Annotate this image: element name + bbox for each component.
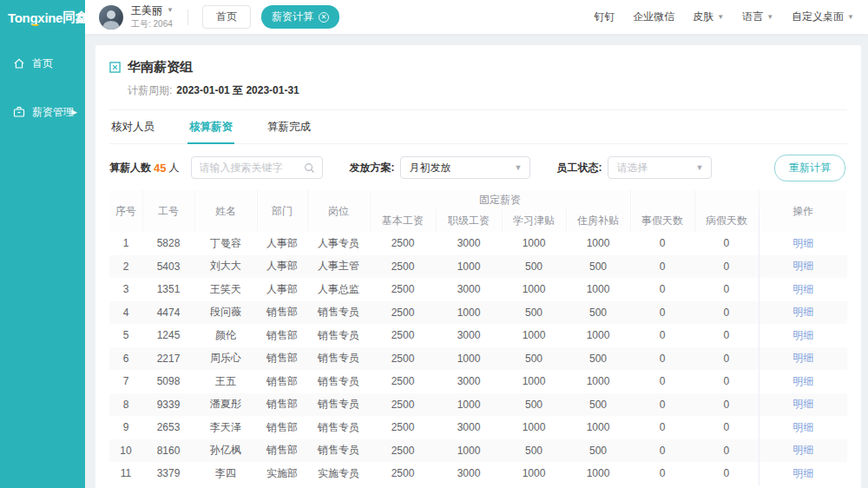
table-cell: 3000 bbox=[436, 232, 502, 255]
sidebar-item-payroll[interactable]: 薪资管理▶ bbox=[0, 97, 85, 127]
nav-tab-salary-calc[interactable]: 薪资计算 ✕ bbox=[261, 5, 339, 29]
table-cell: 0 bbox=[630, 439, 694, 463]
header-menu-label: 语言 bbox=[742, 10, 763, 24]
table-cell: 销售部 bbox=[257, 370, 307, 393]
header-menu-item-3[interactable]: 语言▼ bbox=[742, 10, 773, 24]
detail-link[interactable]: 明细 bbox=[792, 306, 813, 318]
nav-tab-salary-calc-label: 薪资计算 bbox=[272, 10, 313, 24]
table-cell: 0 bbox=[630, 324, 694, 347]
table-cell: 人事主管 bbox=[307, 255, 370, 279]
table-cell: 2500 bbox=[370, 416, 436, 439]
column-header: 姓名 bbox=[194, 190, 257, 232]
column-header: 病假天数 bbox=[694, 209, 759, 232]
content-tabs: 核对人员核算薪资算薪完成 bbox=[109, 110, 847, 144]
table-cell: 500 bbox=[566, 255, 630, 279]
table-cell: 0 bbox=[694, 324, 759, 347]
table-cell: 5098 bbox=[142, 370, 194, 393]
status-select[interactable]: 请选择 ▼ bbox=[608, 156, 712, 179]
detail-link[interactable]: 明细 bbox=[792, 352, 813, 364]
table-cell: 销售部 bbox=[257, 439, 307, 463]
column-header: 基本工资 bbox=[370, 209, 436, 232]
column-header: 住房补贴 bbox=[566, 209, 630, 232]
table-cell: 孙亿枫 bbox=[194, 439, 257, 463]
period-label: 计薪周期: bbox=[128, 84, 172, 96]
table-cell: 3 bbox=[109, 278, 142, 301]
table-cell: 500 bbox=[502, 347, 566, 371]
table-cell: 3379 bbox=[142, 462, 194, 485]
detail-link[interactable]: 明细 bbox=[792, 467, 813, 479]
table-cell: 1000 bbox=[436, 439, 502, 463]
action-cell: 明细 bbox=[759, 393, 847, 417]
action-cell: 明细 bbox=[759, 462, 847, 485]
table-cell: 李天泽 bbox=[194, 416, 257, 439]
table-cell: 5403 bbox=[142, 255, 194, 279]
table-cell: 2 bbox=[109, 255, 142, 279]
detail-link[interactable]: 明细 bbox=[792, 421, 813, 433]
table-row: 31351王笑天人事部人事总监250030001000100000明细 bbox=[109, 278, 847, 301]
detail-link[interactable]: 明细 bbox=[792, 375, 813, 387]
detail-link[interactable]: 明细 bbox=[792, 283, 813, 295]
search-icon[interactable] bbox=[304, 162, 315, 174]
table-cell: 7 bbox=[109, 370, 142, 393]
payroll-table: 序号工号姓名部门岗位固定薪资操作基本工资职级工资学习津贴住房补贴事假天数病假天数… bbox=[109, 190, 847, 485]
avatar-person-icon bbox=[99, 5, 123, 30]
detail-link[interactable]: 明细 bbox=[792, 260, 813, 272]
table-cell: 1000 bbox=[436, 255, 502, 279]
header-menu-item-2[interactable]: 皮肤▼ bbox=[693, 10, 724, 24]
table-cell: 8160 bbox=[142, 439, 194, 463]
table-cell: 销售部 bbox=[257, 347, 307, 371]
table-cell: 0 bbox=[694, 255, 759, 279]
table-cell: 1000 bbox=[566, 232, 630, 255]
table-cell: 2500 bbox=[370, 370, 436, 393]
table-header-row-1: 序号工号姓名部门岗位固定薪资操作 bbox=[109, 190, 847, 209]
table-cell: 2500 bbox=[370, 347, 436, 371]
tab-2[interactable]: 算薪完成 bbox=[266, 110, 312, 143]
chevron-down-icon: ▼ bbox=[696, 163, 704, 172]
user-menu[interactable]: 王美丽 ▼ 工号: 2064 bbox=[131, 5, 174, 29]
search-input[interactable] bbox=[199, 162, 304, 174]
table-row: 15828丁曼容人事部人事专员250030001000100000明细 bbox=[109, 232, 847, 255]
search-box[interactable] bbox=[191, 156, 323, 179]
column-header: 学习津贴 bbox=[502, 209, 566, 232]
table-row: 92653李天泽销售部销售专员250030001000100000明细 bbox=[109, 416, 847, 439]
header-divider bbox=[187, 10, 188, 25]
detail-link[interactable]: 明细 bbox=[792, 329, 813, 341]
action-column-header: 操作 bbox=[759, 190, 847, 232]
detail-link[interactable]: 明细 bbox=[792, 444, 813, 456]
table-cell: 0 bbox=[694, 232, 759, 255]
count-unit: 人 bbox=[168, 161, 179, 175]
sidebar-item-home[interactable]: 首页 bbox=[0, 49, 85, 78]
period-value: 2023-01-01 至 2023-01-31 bbox=[176, 84, 299, 96]
nav-tab-home[interactable]: 首页 bbox=[202, 5, 251, 29]
table-cell: 500 bbox=[566, 393, 630, 417]
detail-link[interactable]: 明细 bbox=[792, 237, 813, 249]
table-cell: 0 bbox=[630, 462, 694, 485]
table-cell: 销售专员 bbox=[307, 370, 370, 393]
table-cell: 实施部 bbox=[257, 462, 307, 485]
close-tab-icon[interactable]: ✕ bbox=[319, 12, 329, 23]
plan-select[interactable]: 月初发放 ▼ bbox=[400, 156, 530, 179]
header-menu-item-1[interactable]: 企业微信 bbox=[633, 10, 674, 24]
plan-select-value: 月初发放 bbox=[409, 161, 507, 175]
table-cell: 5828 bbox=[142, 232, 194, 255]
table-cell: 销售专员 bbox=[307, 347, 370, 371]
avatar[interactable] bbox=[99, 5, 123, 30]
action-cell: 明细 bbox=[759, 324, 847, 347]
table-body: 15828丁曼容人事部人事专员250030001000100000明细25403… bbox=[109, 232, 847, 485]
table-cell: 3000 bbox=[436, 416, 502, 439]
table-cell: 实施专员 bbox=[307, 462, 370, 485]
header-menu-item-0[interactable]: 钉钉 bbox=[594, 10, 615, 24]
employee-id: 2064 bbox=[154, 19, 173, 29]
table-cell: 刘大大 bbox=[194, 255, 257, 279]
tab-0[interactable]: 核对人员 bbox=[109, 110, 156, 143]
recalculate-button[interactable]: 重新计算 bbox=[774, 155, 845, 181]
table-cell: 4474 bbox=[142, 301, 194, 325]
detail-link[interactable]: 明细 bbox=[792, 398, 813, 410]
status-label: 员工状态: bbox=[556, 161, 602, 175]
header-menu-item-4[interactable]: 自定义桌面▼ bbox=[792, 10, 854, 24]
column-header: 事假天数 bbox=[630, 209, 694, 232]
brand-logo[interactable]: Tongxine同鑫 bbox=[0, 0, 85, 35]
table-cell: 2500 bbox=[370, 255, 436, 279]
tab-1[interactable]: 核算薪资 bbox=[187, 110, 234, 143]
table-cell: 0 bbox=[630, 393, 694, 417]
